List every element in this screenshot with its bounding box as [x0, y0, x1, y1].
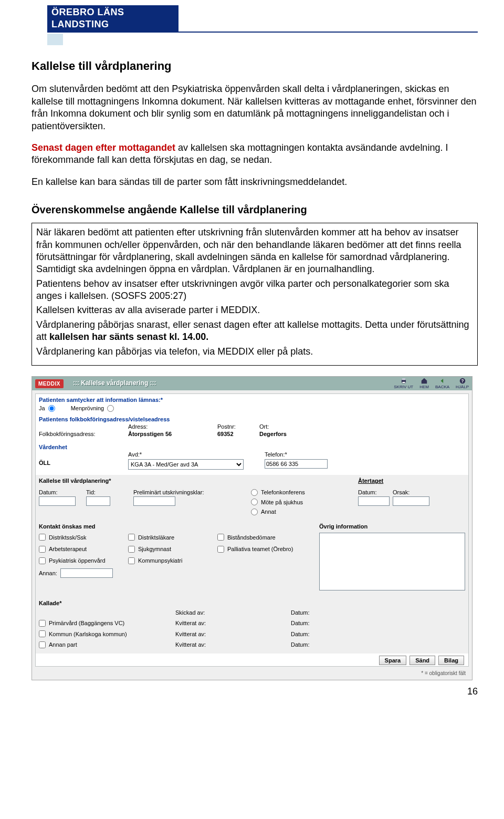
ovrig-title: Övrig information: [319, 523, 465, 530]
box-line-4: Vårdplanering påbörjas snarast, eller se…: [36, 319, 473, 344]
consent-row: Ja Menprövning: [36, 403, 468, 413]
chk-arbter[interactable]: [39, 546, 46, 553]
consent-men-radio[interactable]: [107, 405, 114, 412]
opt-tele-radio[interactable]: [251, 489, 258, 496]
kvitterat-label-2: Kvitterat av:: [175, 630, 254, 638]
form-topbar: MEDDIX ::: Kallelse vårdplanering ::: SK…: [32, 377, 472, 390]
kvitterat-datum-1: Datum:: [291, 619, 370, 627]
chk-sjukgym[interactable]: [128, 546, 135, 553]
avd-select[interactable]: KGA 3A - Med/Ger avd 3A: [128, 459, 244, 470]
atertaget-orsak-input[interactable]: [393, 496, 429, 506]
emphasis-red: Senast dagen efter mottagandet: [32, 142, 175, 153]
chk-palliativ[interactable]: [217, 546, 224, 553]
org-header: ÖREBRO LÄNS LANDSTING: [47, 5, 478, 45]
chk-kommunpsyk[interactable]: [128, 557, 135, 564]
ovrig-textarea[interactable]: [319, 533, 465, 590]
telefon-input[interactable]: [265, 459, 328, 469]
chk-kommun[interactable]: [39, 630, 46, 637]
atertaget-datum-input[interactable]: [358, 496, 390, 506]
vardenhet-col-tel: Telefon:*: [265, 451, 359, 458]
kallelse-title: Kallelse till vårdplanering*: [39, 477, 249, 484]
home-button[interactable]: HEM: [416, 377, 432, 390]
kvitterat-label-1: Kvitterat av:: [175, 619, 254, 627]
svg-rect-1: [402, 378, 405, 380]
consent-yes-label: Ja: [39, 405, 45, 412]
page-title: Kallelse till vårdplanering: [32, 59, 478, 74]
kontakt-ovrig-row: Kontakt önskas med Distriktssk/Ssk Distr…: [36, 521, 468, 597]
box-line-5: Vårdplanering kan påbörjas via telefon, …: [36, 346, 473, 358]
addr-value-postnr: 69352: [217, 430, 259, 438]
back-arrow-icon: [438, 377, 447, 385]
kallelse-prel-input[interactable]: [133, 496, 175, 506]
meddix-logo: MEDDIX: [35, 379, 64, 388]
kvitterat-label-3: Kvitterat av:: [175, 641, 254, 648]
save-button[interactable]: Spara: [379, 656, 407, 665]
opt-mote-radio[interactable]: [251, 499, 258, 505]
annan-input[interactable]: [60, 568, 113, 578]
back-button[interactable]: BACKA: [432, 377, 453, 390]
page-number: 16: [32, 686, 478, 698]
org-title: ÖREBRO LÄNS LANDSTING: [47, 5, 178, 32]
skickad-label: Skickad av:: [175, 609, 254, 616]
kallade-section: Kallade* Skickad av: Datum: Primärvård (…: [36, 597, 468, 654]
annan-label: Annan:: [39, 569, 57, 577]
chk-distssk[interactable]: [39, 534, 46, 541]
address-title: Patientens folkbokföringsadress/vistelse…: [36, 413, 468, 423]
vardenhet-col-avd: Avd:*: [128, 451, 265, 458]
print-button[interactable]: SKRIV UT: [391, 377, 416, 390]
document-body: Kallelse till vårdplanering Om slutenvår…: [32, 59, 478, 698]
paragraph-3: En kallelse kan bara sändas till de part…: [32, 176, 478, 188]
opt-mote-label: Möte på sjukhus: [261, 499, 303, 506]
addr-col-ort: Ort:: [259, 423, 333, 430]
paragraph-1: Om slutenvården bedömt att den Psykiatri…: [32, 83, 478, 132]
box-line-3: Kallelsen kvitteras av alla aviserade pa…: [36, 304, 473, 316]
box-emphasis: kallelsen har sänts senast kl. 14.00.: [49, 331, 208, 342]
help-button[interactable]: ? HJÄLP: [453, 377, 472, 390]
opt-annat-label: Annat: [261, 508, 276, 515]
addr-col-adress: Adress:: [128, 423, 217, 430]
paragraph-2: Senast dagen efter mottagandet av kallel…: [32, 142, 478, 167]
vardenhet-title: Vårdenhet: [36, 441, 468, 451]
attach-button[interactable]: Bilag: [438, 656, 464, 665]
agreement-box: När läkaren bedömt att patienten efter u…: [32, 223, 478, 366]
form-footer: Spara Sänd Bilag: [36, 654, 468, 666]
consent-title: Patienten samtycker att information lämn…: [36, 394, 468, 403]
consent-yes-radio[interactable]: [48, 405, 55, 412]
printer-icon: [400, 377, 408, 385]
chk-psyk[interactable]: [39, 557, 46, 564]
box-line-2: Patientens behov av insatser efter utskr…: [36, 278, 473, 303]
kvitterat-datum-3: Datum:: [291, 641, 370, 648]
form-screenshot: MEDDIX ::: Kallelse vårdplanering ::: SK…: [32, 376, 472, 680]
form-topbar-title: ::: Kallelse vårdplanering :::: [73, 379, 156, 388]
kallelse-datum-label: Datum:: [39, 489, 84, 496]
addr-value-adress: Åtorpsstigen 56: [128, 430, 217, 438]
chk-primarvard[interactable]: [39, 620, 46, 627]
chk-distlak[interactable]: [128, 534, 135, 541]
consent-men-label: Menprövning: [71, 405, 104, 412]
kallelse-section: Kallelse till vårdplanering* Återtaget D…: [36, 475, 468, 521]
kallelse-tid-input[interactable]: [86, 496, 110, 506]
addr-value-ort: Degerfors: [259, 430, 333, 438]
addr-row-label: Folkbokföringsadress:: [39, 430, 128, 438]
opt-tele-label: Telefonkonferens: [261, 489, 305, 496]
chk-annanpart[interactable]: [39, 641, 46, 648]
vardenhet-unit: ÖLL: [39, 459, 128, 470]
send-button[interactable]: Sänd: [410, 656, 435, 665]
opt-annat-radio[interactable]: [251, 509, 258, 515]
svg-rect-2: [402, 382, 405, 383]
kontakt-title: Kontakt önskas med: [39, 523, 312, 530]
kallelse-tid-label: Tid:: [86, 489, 131, 496]
form-footnote: * = obligatoriskt fält: [32, 670, 472, 677]
atertaget-orsak-label: Orsak:: [393, 489, 429, 496]
chk-bistand[interactable]: [217, 534, 224, 541]
box-line-1: När läkaren bedömt att patienten efter u…: [36, 226, 473, 276]
help-icon: ?: [458, 377, 467, 385]
kallelse-prel-label: Preliminärt utskrivningsklar:: [133, 489, 249, 496]
kallelse-datum-input[interactable]: [39, 496, 76, 506]
skickad-datum-label: Datum:: [291, 609, 370, 616]
addr-col-postnr: Postnr:: [217, 423, 259, 430]
section-heading: Överenskommelse angående Kallelse till v…: [32, 203, 478, 216]
header-accent: [47, 34, 63, 45]
svg-text:?: ?: [461, 379, 464, 383]
kallade-title: Kallade*: [39, 599, 465, 607]
